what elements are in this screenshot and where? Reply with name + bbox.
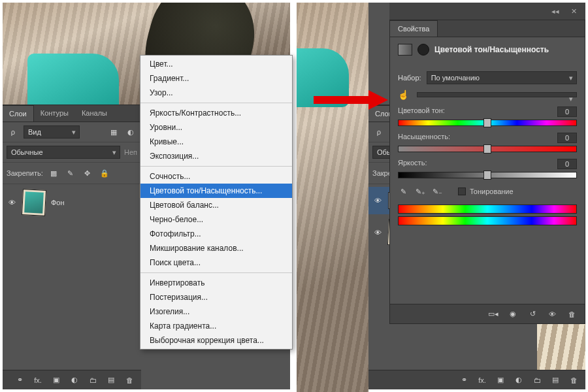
eyedropper-subtract-icon[interactable]: ✎₋	[432, 186, 442, 197]
light-value[interactable]: 0	[557, 159, 577, 169]
visibility-toggle-icon[interactable]: 👁	[372, 197, 383, 204]
light-label: Яркость:	[398, 159, 427, 169]
layer-filter-dropdown[interactable]: Вид	[24, 125, 80, 139]
filter-pixel-icon[interactable]: ▦	[107, 125, 120, 139]
preset-dropdown[interactable]: По умолчанию	[427, 71, 577, 84]
output-hue-bar[interactable]	[398, 216, 577, 225]
layer-row[interactable]: 👁 Фон	[3, 184, 141, 221]
menu-pattern[interactable]: Узор...	[140, 86, 292, 100]
sat-value[interactable]: 0	[557, 133, 577, 143]
delete-layer-icon[interactable]: 🗑	[123, 374, 136, 387]
lock-transparency-icon[interactable]: ▩	[47, 167, 60, 180]
adjustment-layer-icon[interactable]: ◐	[512, 374, 525, 387]
saturation-slider: Насыщенность: 0	[398, 133, 577, 152]
new-layer-icon[interactable]: ▤	[549, 374, 562, 387]
menu-gradient[interactable]: Градиент...	[140, 71, 292, 86]
light-track[interactable]	[398, 172, 577, 178]
group-icon[interactable]: 🗀	[86, 374, 99, 387]
eyedropper-add-icon[interactable]: ✎₊	[415, 186, 425, 197]
sat-track[interactable]	[398, 146, 577, 152]
lock-label: Закрепить:	[7, 169, 43, 177]
layer-mask-icon[interactable]: ▣	[50, 374, 63, 387]
menu-exposure[interactable]: Экспозиция...	[140, 149, 292, 163]
filter-adjust-icon[interactable]: ◐	[124, 125, 137, 139]
colorize-checkbox[interactable]: Тонирование	[458, 188, 514, 195]
input-hue-bar[interactable]	[398, 204, 577, 214]
new-layer-icon[interactable]: ▤	[105, 374, 118, 387]
panel-window-chrome: ◂◂ ✕	[389, 3, 585, 20]
light-thumb[interactable]	[483, 171, 491, 180]
menu-threshold[interactable]: Изогелия...	[140, 304, 292, 319]
reset-icon[interactable]: ↺	[526, 308, 539, 321]
menu-photo-filter[interactable]: Фотофильтр...	[140, 227, 292, 241]
menu-color[interactable]: Цвет...	[140, 57, 292, 71]
menu-posterize[interactable]: Постеризация...	[140, 290, 292, 304]
delete-adjustment-icon[interactable]: 🗑	[565, 308, 578, 321]
visibility-toggle-icon[interactable]: 👁	[372, 229, 383, 237]
visibility-toggle-icon[interactable]: 👁	[7, 199, 17, 206]
close-icon[interactable]: ✕	[567, 5, 580, 18]
menu-color-lookup[interactable]: Поиск цвета...	[140, 255, 292, 270]
link-layers-icon[interactable]: ⚭	[13, 374, 26, 387]
menu-curves[interactable]: Кривые...	[140, 135, 292, 149]
fx-icon[interactable]: fx.	[476, 374, 489, 387]
menu-invert[interactable]: Инвертировать	[140, 276, 292, 290]
left-screenshot: Слои Контуры Каналы ρ Вид ▦ ◐ Обычные Не…	[3, 3, 290, 389]
delete-layer-icon[interactable]: 🗑	[567, 374, 580, 387]
hue-slider: Цветовой тон: 0	[398, 106, 577, 126]
menu-vibrance[interactable]: Сочность...	[140, 169, 292, 184]
opacity-abbrev: Неп	[124, 148, 137, 156]
menu-gradient-map[interactable]: Карта градиента...	[140, 319, 292, 333]
eyedropper-icon[interactable]: ✎	[398, 186, 408, 197]
clip-to-layer-icon[interactable]: ▭◂	[487, 308, 500, 321]
group-icon[interactable]: 🗀	[531, 374, 544, 387]
hue-track[interactable]	[398, 120, 577, 126]
adjustment-layer-icon[interactable]: ◐	[68, 374, 81, 387]
menu-selective-color[interactable]: Выборочная коррекция цвета...	[140, 333, 292, 348]
fx-icon[interactable]: fx.	[31, 374, 44, 387]
layers-bottom-bar: ⚭ fx. ▣ ◐ 🗀 ▤ 🗑	[3, 370, 141, 389]
menu-color-balance[interactable]: Цветовой баланс...	[140, 198, 292, 212]
new-adjustment-layer-menu: Цвет... Градиент... Узор... Яркость/Конт…	[140, 55, 293, 350]
toggle-visibility-icon[interactable]: 👁	[546, 308, 559, 321]
tab-paths[interactable]: Контуры	[34, 105, 75, 122]
sat-thumb[interactable]	[483, 144, 491, 154]
layer-thumbnail[interactable]	[22, 189, 46, 216]
menu-channel-mixer[interactable]: Микширование каналов...	[140, 241, 292, 255]
color-range-dropdown[interactable]	[417, 92, 577, 97]
layers-panel: Слои Контуры Каналы ρ Вид ▦ ◐ Обычные Не…	[3, 105, 141, 389]
lock-pixels-icon[interactable]: ✎	[64, 167, 77, 180]
mask-mode-icon[interactable]	[417, 44, 429, 56]
filter-search-icon-r[interactable]: ρ	[372, 125, 385, 139]
layer-mask-icon[interactable]: ▣	[494, 374, 507, 387]
filter-search-icon[interactable]: ρ	[7, 125, 20, 139]
hue-sat-icon[interactable]	[398, 44, 412, 56]
preset-label: Набор:	[398, 74, 421, 82]
lightness-slider: Яркость: 0	[398, 159, 577, 178]
menu-levels[interactable]: Уровни...	[140, 120, 292, 135]
targeted-adjust-icon[interactable]: ☝	[398, 90, 412, 100]
checkbox-icon[interactable]	[458, 188, 466, 195]
tab-channels[interactable]: Каналы	[75, 105, 114, 122]
lock-position-icon[interactable]: ✥	[81, 167, 94, 180]
collapse-icon[interactable]: ◂◂	[549, 5, 562, 18]
menu-brightness-contrast[interactable]: Яркость/Контрастность...	[140, 106, 292, 120]
tab-properties[interactable]: Свойства	[390, 20, 438, 37]
blend-mode-dropdown[interactable]: Обычные	[7, 146, 120, 159]
layers-bottom-bar-r: ⚭ fx. ▣ ◐ 🗀 ▤ 🗑	[368, 370, 585, 389]
hue-thumb[interactable]	[483, 118, 491, 127]
tab-layers[interactable]: Слои	[3, 105, 34, 122]
layer-name[interactable]: Фон	[51, 199, 65, 206]
menu-hue-saturation[interactable]: Цветовой тон/Насыщенность...	[140, 184, 292, 198]
hue-label: Цветовой тон:	[398, 106, 445, 117]
link-layers-icon[interactable]: ⚭	[457, 374, 470, 387]
right-screenshot: Слои Контур ρ Вид Обычные Закрепить: ▩ 👁…	[297, 3, 585, 389]
properties-title: Цветовой тон/Насыщенность	[434, 45, 549, 54]
menu-black-white[interactable]: Черно-белое...	[140, 212, 292, 227]
view-previous-icon[interactable]: ◉	[506, 308, 519, 321]
lock-all-icon[interactable]: 🔒	[98, 167, 111, 180]
properties-panel: Свойства Цветовой тон/Насыщенность Набор…	[389, 20, 585, 324]
canvas-photo-right	[297, 3, 368, 392]
hue-value[interactable]: 0	[557, 106, 577, 117]
properties-footer: ▭◂ ◉ ↺ 👁 🗑	[390, 304, 585, 323]
